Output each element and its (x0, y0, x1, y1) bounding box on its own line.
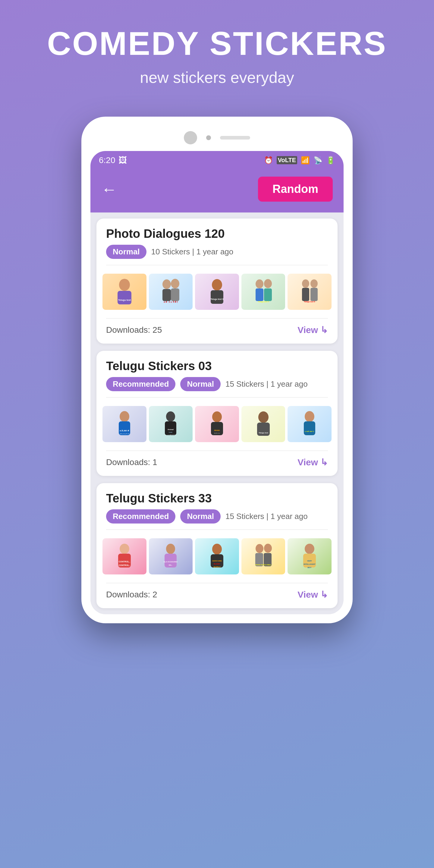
svg-rect-1 (118, 291, 131, 304)
svg-rect-18 (302, 288, 309, 301)
app-header: ← Random (90, 169, 344, 213)
svg-rect-26 (165, 421, 176, 435)
sticker-item[interactable]: Telugu text (241, 406, 285, 442)
svg-rect-35 (257, 423, 270, 436)
sticker-svg: ELA ICCHAANU RA.. (160, 543, 181, 570)
time-display: 6:20 (99, 156, 116, 165)
svg-point-0 (119, 279, 130, 291)
svg-point-34 (258, 411, 269, 423)
badge-normal: Normal (106, 245, 147, 259)
phone-mockup: 6:20 🖼 ⏰ VoLTE 📶 📡 🔋 ← Random Photo Dial… (82, 117, 352, 623)
signal-icon: 📡 (313, 156, 322, 164)
sticker-item[interactable]: ఏది కరకేడే? (149, 274, 193, 310)
svg-text:Telugu text: Telugu text (118, 299, 131, 301)
view-link[interactable]: View ↳ (298, 457, 328, 467)
svg-text:THODA KOTTU ANNA..: THODA KOTTU ANNA.. (255, 564, 272, 566)
app-subtitle: new stickers everyday (140, 68, 294, 87)
svg-point-11 (255, 279, 264, 288)
pack-sticker-count: 10 Stickers | 1 year ago (151, 247, 234, 256)
svg-point-3 (162, 279, 171, 289)
svg-point-8 (212, 279, 222, 290)
svg-rect-14 (264, 288, 272, 301)
svg-point-30 (212, 411, 222, 422)
badge-normal: Normal (180, 377, 221, 391)
sticker-svg: CONTROL.. CONTROL.. (114, 543, 135, 570)
stickers-row: అమ్మాయి తో మాట్లాడుతారా? Animal Lover ఎవ… (96, 398, 338, 451)
sticker-item[interactable]: Telugu text 3 (195, 274, 239, 310)
svg-text:BOY: BOY (308, 567, 312, 568)
svg-text:RA..: RA.. (169, 564, 173, 566)
sticker-item[interactable]: Telugu text (102, 274, 147, 310)
content-area: Photo Dialogues 120 Normal 10 Stickers |… (90, 213, 344, 614)
sticker-svg: Telugu text 3 (207, 278, 227, 305)
wifi-icon: 📶 (301, 156, 310, 164)
status-bar: 6:20 🖼 ⏰ VoLTE 📶 📡 🔋 (90, 151, 344, 169)
pack-sticker-count: 15 Stickers | 1 year ago (225, 379, 308, 389)
sticker-item[interactable]: Telugu text 5 (287, 274, 332, 310)
svg-rect-9 (211, 290, 223, 304)
svg-point-12 (264, 279, 272, 288)
svg-text:Animal: Animal (167, 429, 174, 430)
pack-title: Telugu Stickers 33 (106, 492, 328, 505)
svg-point-37 (305, 411, 314, 422)
random-button[interactable]: Random (258, 177, 333, 202)
svg-rect-5 (162, 289, 171, 301)
svg-text:BRAND: BRAND (214, 430, 220, 431)
pack-header: Telugu Stickers 33 Recommended Normal 15… (96, 483, 338, 530)
svg-text:CONTROL..: CONTROL.. (119, 564, 130, 566)
phone-dots (206, 135, 211, 140)
svg-point-25 (166, 411, 175, 422)
pack-footer: Downloads: 2 View ↳ (96, 583, 338, 608)
stickers-row: CONTROL.. CONTROL.. ELA ICCHAANU RA.. (96, 530, 338, 583)
phone-screen: 6:20 🖼 ⏰ VoLTE 📶 📡 🔋 ← Random Photo Dial… (90, 151, 344, 614)
pack-meta: Recommended Normal 15 Stickers | 1 year … (106, 377, 328, 391)
sticker-item[interactable]: SHOW SOME BLOODY RESPECT (195, 538, 239, 575)
svg-text:అమ్మాయి తో: అమ్మాయి తో (120, 430, 129, 432)
svg-text:Telugu text 5: Telugu text 5 (304, 301, 315, 303)
stickers-row: Telugu text ఏది కరకేడే? (96, 265, 338, 318)
svg-point-4 (171, 279, 179, 288)
view-link[interactable]: View ↳ (298, 589, 328, 600)
sticker-item[interactable]: ELA ICCHAANU RA.. (149, 538, 193, 575)
svg-point-53 (255, 544, 264, 553)
sticker-svg: BRAND స్టికర్ (207, 410, 227, 438)
photo-icon: 🖼 (119, 155, 127, 165)
sticker-item[interactable]: అమ్మాయి తో మాట్లాడుతారా? (102, 406, 147, 442)
sticker-item[interactable]: THODA KOTTU ANNA.. (241, 538, 285, 575)
app-title: COMEDY STICKERS (47, 24, 387, 62)
svg-text:Telugu text: Telugu text (258, 432, 268, 434)
svg-point-58 (305, 544, 314, 554)
sticker-pack-card: Photo Dialogues 120 Normal 10 Stickers |… (96, 218, 338, 344)
sticker-item[interactable]: Telugu text 4 (241, 274, 285, 310)
svg-rect-19 (310, 288, 318, 301)
downloads-count: Downloads: 1 (106, 458, 157, 467)
pack-footer: Downloads: 1 View ↳ (96, 451, 338, 476)
sticker-svg: Animal Lover ఎవరు ఉన్నారు (160, 410, 181, 438)
svg-point-40 (120, 544, 129, 554)
status-right: ⏰ VoLTE 📶 📡 🔋 (264, 156, 335, 164)
svg-text:Telugu text 4: Telugu text 4 (258, 301, 269, 303)
sticker-item[interactable]: Animal Lover ఎవరు ఉన్నారు (149, 406, 193, 442)
sticker-svg: ఇదేంటి బాలా ఓ (299, 410, 320, 438)
pack-header: Telugu Stickers 03 Recommended Normal 15… (96, 351, 338, 397)
sticker-item[interactable]: BRAND స్టికర్ (195, 406, 239, 442)
svg-rect-38 (304, 421, 315, 435)
back-button[interactable]: ← (101, 180, 117, 198)
svg-text:BLOODY: BLOODY (214, 563, 220, 565)
svg-text:ఏది కరకేడే?: ఏది కరకేడే? (163, 301, 178, 303)
sticker-item[interactable]: VERY INTELLIGENT BOY (287, 538, 332, 575)
svg-text:ఇదేంటి బాలా ఓ: ఇదేంటి బాలా ఓ (305, 431, 315, 433)
view-link[interactable]: View ↳ (298, 324, 328, 335)
sticker-item[interactable]: CONTROL.. CONTROL.. (102, 538, 147, 575)
badge-normal: Normal (180, 509, 221, 524)
pack-footer: Downloads: 25 View ↳ (96, 318, 338, 344)
sticker-svg: Telugu text (253, 410, 274, 438)
pack-title: Telugu Stickers 03 (106, 359, 328, 373)
badge-recommended: Recommended (106, 377, 176, 391)
sticker-item[interactable]: ఇదేంటి బాలా ఓ (287, 406, 332, 442)
svg-text:Lover: Lover (169, 431, 173, 433)
badge-recommended: Recommended (106, 509, 176, 524)
battery-icon: 🔋 (326, 156, 335, 164)
volte-icon: VoLTE (277, 156, 297, 164)
pack-meta: Recommended Normal 15 Stickers | 1 year … (106, 509, 328, 524)
